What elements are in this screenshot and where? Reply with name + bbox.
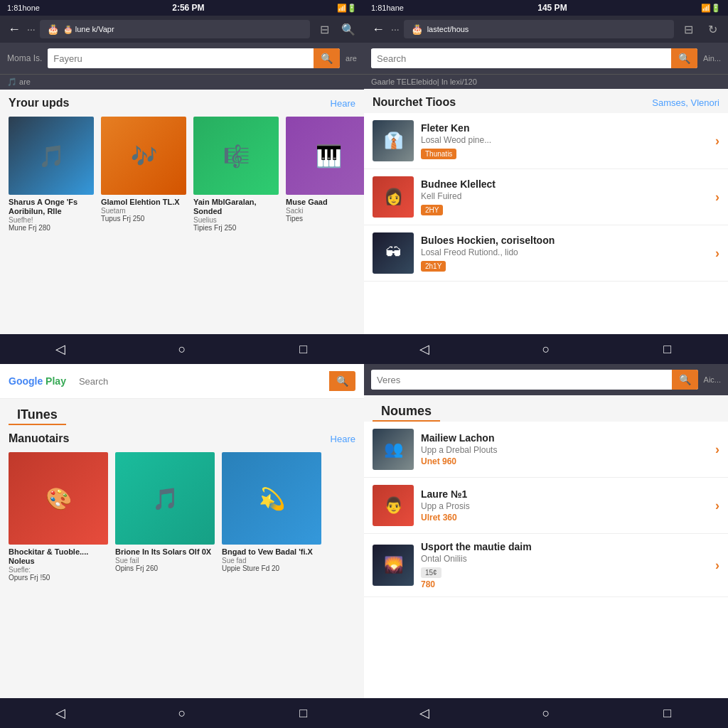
- list-thumb: 👨: [373, 485, 414, 526]
- album-price: Opins Frj 260: [115, 564, 215, 572]
- search-box-q4[interactable]: 🔍: [371, 370, 698, 390]
- list-thumb: 👔: [373, 120, 414, 161]
- status-icons-q1: 📶🔋: [337, 4, 357, 13]
- quadrant-top-left: 1:81hone 2:56 PM 📶🔋 ← ··· 🎂 🎂 lune k/Vap…: [0, 0, 364, 364]
- search-right-q1: are: [346, 54, 357, 63]
- list-item[interactable]: 💫 Bngad to Vew Badal 'fi.X Sue fad Uppie…: [222, 452, 321, 584]
- list-item[interactable]: 🎶 Glamol Elehtion TL.X Suetam Tupus Frj …: [101, 117, 186, 235]
- list-item[interactable]: 🎵 Sharus A Onge 'Fs Aoribilun, Rlle Suef…: [9, 117, 94, 235]
- album-sub: Sacki: [286, 207, 364, 215]
- album-sub: Sue fail: [115, 557, 215, 564]
- chevron-right-icon: ›: [715, 498, 719, 513]
- browser-bar-q1: ← ··· 🎂 🎂 lune k/Vapr ⊟ 🔍: [0, 16, 364, 43]
- list-item[interactable]: 👥 Mailiew Lachon Upp a Drebal Plouts Une…: [364, 422, 728, 478]
- section-header-q2: Nourchet Tioos Samses, Vlenori: [364, 89, 728, 113]
- list-desc: Losal Freod Rutiond., lido: [421, 247, 708, 257]
- search-input-q3[interactable]: [73, 372, 329, 391]
- list-item[interactable]: 🕶 Buloes Hockien, coriseltoon Losal Freo…: [364, 225, 728, 282]
- itunes-label: ITunes: [9, 402, 66, 425]
- search-box-q3[interactable]: 🔍: [73, 371, 355, 391]
- list-name: Buloes Hockien, coriseltoon: [421, 235, 708, 246]
- album-scroll-q3[interactable]: 🎨 Bhockitar & Tuoble.... Noleus Suefle: …: [0, 449, 364, 592]
- back-nav-q1[interactable]: ◁: [46, 341, 75, 357]
- list-item[interactable]: 👩 Budnee Klellect Kell Fuired 2HY ›: [364, 169, 728, 225]
- back-button-q1[interactable]: ←: [6, 22, 23, 37]
- list-desc: Upp a Prosis: [421, 501, 708, 511]
- more-button-q1[interactable]: ···: [27, 23, 36, 35]
- list-desc: Kell Fuired: [421, 191, 708, 201]
- list-desc: Losal Weod pine...: [421, 135, 708, 145]
- list-section-q2: 👔 Fleter Ken Losal Weod pine... Thunatis…: [364, 113, 728, 334]
- section-link-q2[interactable]: Samses, Vlenori: [652, 97, 719, 108]
- search-box-q1[interactable]: 🔍: [48, 48, 340, 68]
- reload-icon-q2[interactable]: ↻: [702, 23, 722, 36]
- url-bar-q2[interactable]: 🎂 lastect/hous: [404, 20, 674, 38]
- album-art-icon: 🎹: [286, 117, 364, 195]
- search-button-q4[interactable]: 🔍: [672, 370, 698, 390]
- back-button-q2[interactable]: ←: [370, 22, 387, 37]
- section-link-q3[interactable]: Heare: [331, 434, 355, 444]
- list-item[interactable]: 🎼 Yain MblGaralan, Sonded Suelius Tipies…: [193, 117, 279, 235]
- section-header-q1: Yrour upds Heare: [0, 90, 364, 114]
- list-item[interactable]: 👨 Laure №1 Upp a Prosis Ulret 360 ›: [364, 478, 728, 534]
- section-link-q1[interactable]: Heare: [331, 98, 355, 109]
- home-nav-q4[interactable]: ○: [532, 706, 560, 721]
- url-text-q2: lastect/hous: [427, 25, 469, 33]
- search-button-q3[interactable]: 🔍: [329, 371, 355, 391]
- back-nav-q3[interactable]: ◁: [46, 705, 75, 721]
- more-button-q2[interactable]: ···: [391, 23, 400, 35]
- url-icon-q2: 🎂: [411, 23, 423, 35]
- album-thumb: 🎵: [115, 452, 215, 545]
- list-item[interactable]: 👔 Fleter Ken Losal Weod pine... Thunatis…: [364, 113, 728, 169]
- google-play-logo: Google Play: [9, 375, 66, 387]
- search-box-q2[interactable]: 🔍: [371, 48, 697, 68]
- recent-nav-q3[interactable]: □: [289, 706, 318, 721]
- back-nav-q2[interactable]: ◁: [410, 341, 439, 357]
- search-button-q1[interactable]: 🔍: [314, 48, 340, 68]
- bookmark-icon-q1[interactable]: ⊟: [314, 23, 334, 36]
- search-input-q1[interactable]: [48, 49, 314, 68]
- recent-nav-q1[interactable]: □: [289, 342, 318, 357]
- list-badge: 2HY: [421, 205, 443, 215]
- home-nav-q3[interactable]: ○: [168, 706, 196, 721]
- list-price: Unet 960: [421, 456, 708, 466]
- sub-bar-q1: 🎵 are: [0, 74, 364, 90]
- recent-nav-q4[interactable]: □: [653, 706, 682, 721]
- list-item[interactable]: 🌄 Usport the mautie daim Ontal Oniliis 1…: [364, 534, 728, 597]
- quadrant-bottom-right: 🔍 Aic... Noumes 👥 Mailiew Lachon Upp a D…: [364, 364, 728, 728]
- search-input-q2[interactable]: [371, 49, 671, 68]
- list-item[interactable]: 🎨 Bhockitar & Tuoble.... Noleus Suefle: …: [9, 452, 108, 584]
- search-input-q4[interactable]: [371, 370, 672, 390]
- list-name: Budnee Klellect: [421, 178, 708, 190]
- url-text-q1: 🎂 lune k/Vapr: [63, 25, 114, 34]
- list-price: 780: [421, 579, 708, 589]
- recent-nav-q2[interactable]: □: [653, 342, 682, 357]
- album-sub: Suefhe!: [9, 216, 94, 224]
- list-item[interactable]: 🎵 Brione In Its Solars Olf 0X Sue fail O…: [115, 452, 215, 584]
- list-item[interactable]: 🎹 Muse Gaad Sacki Tipes: [286, 117, 364, 235]
- list-name: Laure №1: [421, 488, 708, 500]
- list-desc: Upp a Drebal Plouts: [421, 445, 708, 455]
- album-scroll-q1[interactable]: 🎵 Sharus A Onge 'Fs Aoribilun, Rlle Suef…: [0, 114, 364, 242]
- bottom-nav-q3: ◁ ○ □: [0, 698, 364, 728]
- search-area-q2: 🔍 Ain...: [364, 43, 728, 74]
- album-art-icon: 🎶: [101, 117, 186, 195]
- back-nav-q4[interactable]: ◁: [410, 705, 439, 721]
- chevron-right-icon: ›: [715, 190, 719, 205]
- list-price: Ulret 360: [421, 513, 708, 523]
- album-price: Tipies Frj 250: [193, 224, 279, 232]
- album-title: Brione In Its Solars Olf 0X: [115, 547, 215, 557]
- list-thumb: 🕶: [373, 232, 414, 274]
- time-q2: 145 PM: [537, 3, 567, 13]
- album-title: Muse Gaad: [286, 198, 364, 207]
- search-button-q2[interactable]: 🔍: [671, 48, 697, 68]
- bottom-nav-q2: ◁ ○ □: [364, 334, 728, 364]
- chevron-right-icon: ›: [715, 246, 719, 261]
- home-nav-q1[interactable]: ○: [168, 342, 196, 357]
- bookmark-icon-q2[interactable]: ⊟: [678, 23, 698, 36]
- url-bar-q1[interactable]: 🎂 🎂 lune k/Vapr: [40, 20, 310, 38]
- sub-bar-q2: Gaarle TELElebido| In lexi/120: [364, 74, 728, 89]
- album-title: Bhockitar & Tuoble.... Noleus: [9, 547, 108, 566]
- home-nav-q2[interactable]: ○: [532, 342, 560, 357]
- search-icon-q1[interactable]: 🔍: [338, 23, 358, 36]
